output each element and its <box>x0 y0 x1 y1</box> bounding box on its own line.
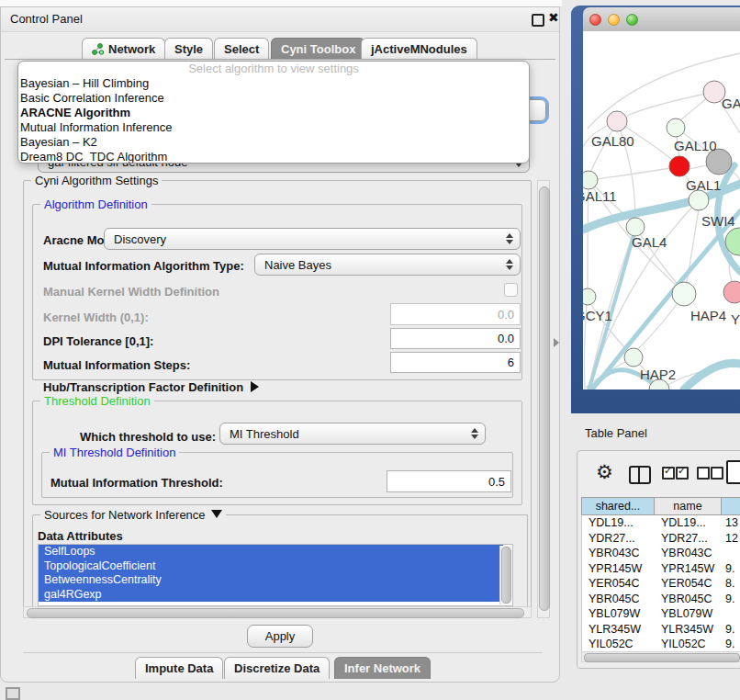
tab-cyni-toolbox[interactable]: Cyni Toolbox <box>271 38 365 60</box>
dpi-tolerance-field[interactable]: 0.0 <box>390 328 521 349</box>
table-panel: ⚙ ✓ ✓ shared...nameA YDL19...YDL19...13Y… <box>577 450 740 669</box>
sources-title: Sources for Network Inference <box>44 508 206 522</box>
bottom-tab-discretize-data[interactable]: Discretize Data <box>224 657 330 679</box>
network-node[interactable] <box>607 111 627 131</box>
algorithm-option-basic-correlation-inference[interactable]: Basic Correlation Inference <box>18 91 529 106</box>
column-header-shared[interactable]: shared... <box>581 498 654 514</box>
settings-vertical-scrollbar[interactable] <box>537 180 550 618</box>
mi-steps-label: Mutual Information Steps: <box>43 358 190 372</box>
table-row[interactable]: YER054CYER054C8. <box>582 576 740 592</box>
tab-style[interactable]: Style <box>164 38 213 60</box>
hub-definition-toggle[interactable]: Hub/Transcription Factor Definition <box>43 380 259 394</box>
attribute-item-gal4rgexp[interactable]: gal4RGexp <box>39 588 503 603</box>
table-row[interactable]: YBR043CYBR043C <box>582 546 740 561</box>
network-node[interactable] <box>723 281 740 303</box>
zoom-traffic-light[interactable] <box>626 14 638 26</box>
minimize-traffic-light[interactable] <box>608 14 620 26</box>
attribute-item-topologicalcoefficient[interactable]: TopologicalCoefficient <box>39 559 503 574</box>
manual-kernel-label: Manual Kernel Width Definition <box>43 285 219 299</box>
network-node[interactable] <box>669 156 690 176</box>
mi-type-label: Mutual Information Algorithm Type: <box>43 259 244 273</box>
network-node[interactable] <box>667 119 685 137</box>
network-node[interactable] <box>624 348 643 367</box>
dpi-tolerance-value: 0.0 <box>498 332 514 345</box>
mi-threshold-value: 0.5 <box>488 475 505 489</box>
algorithm-option-bayesian-k2[interactable]: Bayesian – K2 <box>18 135 529 150</box>
attribute-table: shared...nameA YDL19...YDL19...13YDR27..… <box>581 497 740 652</box>
table-row[interactable]: YDL19...YDL19...13 <box>582 515 740 531</box>
network-node[interactable] <box>583 171 598 189</box>
mi-threshold-field[interactable]: 0.5 <box>387 470 511 492</box>
kernel-width-value: 0.0 <box>498 308 514 322</box>
table-row[interactable]: YBR045CYBR045C9. <box>582 592 740 607</box>
manual-kernel-checkbox[interactable] <box>504 283 518 297</box>
table-cell: YIL052C <box>655 637 722 652</box>
algorithm-option-dream8-dc-tdc-algorithm[interactable]: Dream8 DC_TDC Algorithm <box>18 150 529 164</box>
attributes-scrollbar[interactable] <box>499 546 511 604</box>
algorithm-option-aracne-algorithm[interactable]: ARACNE Algorithm <box>18 106 529 120</box>
column-header-a[interactable]: A <box>721 498 740 514</box>
hub-definition-label: Hub/Transcription Factor Definition <box>43 380 243 394</box>
kernel-width-field[interactable]: 0.0 <box>390 303 521 325</box>
algorithm-option-mutual-information-inference[interactable]: Mutual Information Inference <box>18 120 529 135</box>
tab-label: Cyni Toolbox <box>281 42 355 56</box>
table-row[interactable]: YPR145WYPR145W9. <box>582 561 740 577</box>
popup-item-list: Bayesian – Hill ClimbingBasic Correlatio… <box>18 76 529 164</box>
network-canvas[interactable]: GALGAL80GAL10GAL1GAL11SWI4GAL4GCY1HAP4YH… <box>583 31 740 390</box>
bottom-tab-impute-data[interactable]: Impute Data <box>135 657 223 679</box>
aracne-mode-value: Discovery <box>114 232 166 246</box>
table-row[interactable]: YIL052CYIL052C9. <box>582 637 740 652</box>
which-threshold-combobox[interactable]: MI Threshold <box>219 423 486 445</box>
attribute-item-betweennesscentrality[interactable]: BetweennessCentrality <box>39 573 503 588</box>
close-traffic-light[interactable] <box>589 14 601 26</box>
table-cell: 8. <box>722 576 740 592</box>
network-node[interactable] <box>626 218 645 236</box>
checked-box-icon[interactable]: ✓ <box>676 467 689 480</box>
network-node[interactable] <box>689 190 709 210</box>
network-view-window[interactable]: GALGAL80GAL10GAL1GAL11SWI4GAL4GCY1HAP4YH… <box>571 6 740 413</box>
column-header-name[interactable]: name <box>654 498 721 514</box>
combo-steppers-icon <box>505 254 514 275</box>
apply-button[interactable]: Apply <box>247 625 313 648</box>
unchecked-box-icon[interactable] <box>697 467 710 480</box>
dock-mini-icon[interactable] <box>6 687 20 700</box>
network-window-titlebar[interactable] <box>583 7 740 32</box>
table-cell: YBR043C <box>655 546 722 561</box>
sources-toggle[interactable]: Sources for Network Inference <box>40 508 226 522</box>
checked-box-icon[interactable]: ✓ <box>662 467 675 480</box>
table-row[interactable]: YBL079WYBL079W <box>582 606 740 622</box>
group-title: Threshold Definition <box>40 394 154 408</box>
close-icon[interactable]: ✖ <box>548 10 559 25</box>
network-node[interactable] <box>672 282 696 306</box>
table-cell: YPR145W <box>655 561 722 577</box>
table-row[interactable]: YDR27...YDR27...12 <box>582 531 740 547</box>
tab-select[interactable]: Select <box>214 38 269 60</box>
document-icon[interactable] <box>726 460 740 484</box>
node-label-y: Y <box>731 311 740 327</box>
split-columns-icon[interactable] <box>629 466 651 484</box>
mi-type-combobox[interactable]: Naive Bayes <box>254 254 521 276</box>
which-threshold-label: Which threshold to use: <box>80 430 216 444</box>
splitpane-arrow-icon[interactable] <box>554 338 559 347</box>
tab-jactivemnodules[interactable]: jActiveMNodules <box>361 38 477 60</box>
aracne-mode-combobox[interactable]: Discovery <box>104 228 521 250</box>
unchecked-box-icon[interactable] <box>711 467 723 480</box>
node-label-hap2: HAP2 <box>640 367 676 382</box>
gear-icon[interactable]: ⚙ <box>596 462 613 481</box>
algorithm-dropdown-popup: Select algorithm to view settings Bayesi… <box>17 61 530 164</box>
mi-type-value: Naive Bayes <box>264 258 331 272</box>
tab-network[interactable]: Network <box>82 38 165 60</box>
network-edge <box>627 92 714 116</box>
table-cell: YDR27... <box>655 531 722 547</box>
tab-label: Network <box>108 42 155 56</box>
network-node[interactable] <box>583 288 596 305</box>
float-window-icon[interactable] <box>532 14 544 27</box>
table-horizontal-scrollbar[interactable] <box>581 651 740 662</box>
bottom-tab-infer-network[interactable]: Infer Network <box>334 657 431 679</box>
settings-horizontal-scrollbar[interactable] <box>23 606 532 618</box>
table-row[interactable]: YLR345WYLR345W9. <box>582 622 740 638</box>
attribute-item-selfloops[interactable]: SelfLoops <box>39 545 503 559</box>
mi-steps-field[interactable]: 6 <box>390 352 521 373</box>
node-label-gal11: GAL11 <box>583 188 617 204</box>
algorithm-option-bayesian-hill-climbing[interactable]: Bayesian – Hill Climbing <box>18 76 529 91</box>
